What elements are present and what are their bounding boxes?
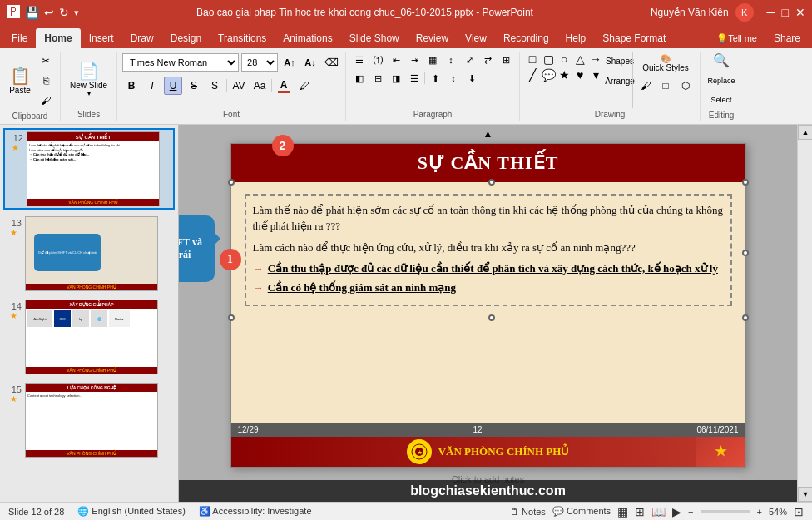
scroll-track[interactable] [798,140,812,487]
bullets-button[interactable]: ☰ [351,52,368,68]
tab-file[interactable]: File [3,28,36,48]
replace-button[interactable]: Replace [712,72,730,90]
maximize-btn[interactable]: □ [782,6,789,19]
page-date: 06/11/2021 [696,425,738,434]
align-bottom-button[interactable]: ⬇ [463,70,480,87]
bold-button[interactable]: B [122,77,141,95]
slide-thumb-14[interactable]: 14 ★ XÂY DỰNG GIẢI PHÁP ArcSight IBM hp … [3,298,175,376]
minimize-btn[interactable]: ─ [767,6,775,19]
align-right-button[interactable]: ◨ [388,70,404,87]
format-painter-button[interactable]: 🖌 [37,92,55,110]
zoom-out-btn[interactable]: − [688,507,693,517]
shadow-button[interactable]: S [205,77,224,95]
zoom-in-btn[interactable]: + [757,507,762,517]
columns-button[interactable]: ▦ [424,52,441,68]
tab-shape-format[interactable]: Shape Format [594,28,674,48]
highlight-color-button[interactable]: 🖊 [295,77,314,95]
zoom-slider[interactable] [701,510,750,513]
shape-line[interactable]: ╱ [525,67,540,82]
view-normal-btn[interactable]: ▦ [617,505,628,518]
save-icon[interactable]: 💾 [25,6,39,19]
shape-effects-button[interactable]: ⬡ [676,77,695,95]
italic-button[interactable]: I [143,77,161,95]
shape-more[interactable]: ▾ [588,67,603,82]
shapes-button[interactable]: Shapes [611,52,629,70]
tab-review[interactable]: Review [408,28,457,48]
tab-tell-me[interactable]: 💡 Tell me [708,28,765,48]
tab-help[interactable]: Help [557,28,595,48]
tab-slideshow[interactable]: Slide Show [341,28,408,48]
tab-home[interactable]: Home [36,28,80,48]
view-slide-sorter-btn[interactable]: ⊞ [635,505,645,518]
slide-thumb-13[interactable]: 13 ★ Giữ đề phím SHIFT và CLICK chuột tr… [3,215,175,293]
strikethrough-button[interactable]: S [185,77,203,95]
tab-animations[interactable]: Animations [275,28,340,48]
slide-thumb-12[interactable]: 12 ★ SỰ CẦN THIẾT Làm thế nào để phát hi… [3,128,175,210]
shape-fill-button[interactable]: 🖌 [636,77,655,95]
shape-outline-button[interactable]: □ [656,77,675,95]
shape-rounded-rect[interactable]: ▢ [541,52,556,67]
paragraph-label: Paragraph [413,108,453,121]
tab-share[interactable]: Share [765,28,809,48]
tab-insert[interactable]: Insert [81,28,122,48]
shape-callout[interactable]: 💬 [541,67,556,82]
clear-format-button[interactable]: ⌫ [322,53,340,72]
align-left-button[interactable]: ◧ [351,70,368,87]
find-button[interactable]: 🔍 [706,52,736,70]
new-slide-button[interactable]: 📄 New Slide ▾ [66,60,111,100]
scroll-down-btn[interactable]: ▼ [798,487,812,502]
tab-design[interactable]: Design [162,28,210,48]
shape-star[interactable]: ★ [557,67,572,82]
char-spacing-button[interactable]: AV [230,77,248,95]
convert-button[interactable]: ⇄ [479,52,496,68]
select-button[interactable]: Select [712,91,730,109]
slide-thumb-15[interactable]: 15 ★ LỰA CHỌN CÔNG NGHỆ Content about te… [3,381,175,459]
underline-button[interactable]: U [164,77,182,95]
copy-button[interactable]: ⎘ [37,72,55,90]
smart-art-button[interactable]: ⊞ [498,52,514,68]
change-case-button[interactable]: Aa [250,77,269,95]
main-slide[interactable]: SỰ CẦN THIẾT Giữ đề phím SHIFT và CLICK … [230,143,746,468]
scroll-up[interactable]: ▲ [483,128,493,140]
fit-slide-btn[interactable]: ⊡ [794,505,804,518]
watermark-text: blogchiasekienthuc.com [410,483,566,498]
view-slideshow-btn[interactable]: ▶ [672,505,681,518]
tab-recording[interactable]: Recording [495,28,557,48]
font-family-select[interactable]: Times New Roman [122,53,239,72]
shape-triangle[interactable]: △ [572,52,587,67]
paste-button[interactable]: 📋 Paste [5,65,35,97]
text-box-main[interactable]: Làm thế nào để phát hiện sớm các sự cố a… [245,194,732,307]
scroll-up-btn[interactable]: ▲ [798,125,812,140]
shape-arrow-right[interactable]: → [588,52,603,67]
shape-oval[interactable]: ○ [557,52,572,67]
text-direction-button[interactable]: ⤢ [461,52,478,68]
justify-button[interactable]: ☰ [406,70,423,87]
line-spacing-button[interactable]: ↕ [443,52,459,68]
undo-icon[interactable]: ↩ [44,6,54,19]
decrease-font-button[interactable]: A↓ [301,53,319,72]
accessibility-status[interactable]: ♿ Accessibility: Investigate [199,506,312,517]
shape-heart[interactable]: ♥ [572,67,587,82]
tab-draw[interactable]: Draw [122,28,162,48]
font-size-select[interactable]: 28 [241,53,278,72]
footer-seal: ★ [407,439,432,464]
notes-btn[interactable]: 🗒 Notes [510,507,546,517]
increase-font-button[interactable]: A↑ [280,53,299,72]
redo-icon[interactable]: ↻ [59,6,69,19]
align-center-button[interactable]: ⊟ [369,70,386,87]
cut-button[interactable]: ✂ [37,52,55,70]
shape-rect[interactable]: □ [525,52,540,67]
tab-view[interactable]: View [457,28,495,48]
numbering-button[interactable]: ⑴ [369,52,386,68]
quick-styles-button[interactable]: 🎨 Quick Styles [636,52,695,75]
view-reading-btn[interactable]: 📖 [651,505,666,518]
align-top-button[interactable]: ⬆ [427,70,443,87]
font-color-button[interactable]: A [275,77,293,95]
tab-transitions[interactable]: Transitions [210,28,275,48]
close-btn[interactable]: ✕ [795,6,805,19]
indent-increase-button[interactable]: ⇥ [406,52,423,68]
arrange-button[interactable]: Arrange [611,72,629,90]
indent-decrease-button[interactable]: ⇤ [388,52,404,68]
comments-btn[interactable]: 💬 Comments [552,506,611,517]
align-middle-button[interactable]: ↕ [445,70,462,87]
